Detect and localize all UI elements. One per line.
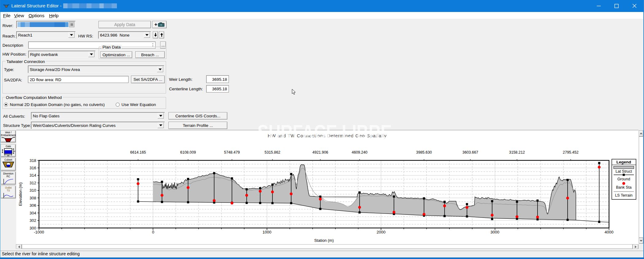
svg-text:6108.009: 6108.009 [180,150,196,155]
svg-text:302: 302 [29,218,36,223]
svg-text:316: 316 [29,166,36,170]
svg-text:3158.212: 3158.212 [509,150,525,155]
svg-text:6614.165: 6614.165 [130,150,146,155]
svg-text:318: 318 [29,158,36,163]
svg-text:2000: 2000 [377,230,386,234]
svg-text:304: 304 [29,211,36,215]
svg-text:3000: 3000 [491,230,499,234]
svg-text:300: 300 [29,226,36,230]
svg-text:Ground: Ground [617,177,630,181]
svg-text:310: 310 [29,188,36,193]
svg-text:4921.906: 4921.906 [312,150,328,155]
svg-text:Station (m): Station (m) [314,238,334,243]
svg-text:2795.452: 2795.452 [563,150,578,155]
svg-text:5315.862: 5315.862 [264,150,280,155]
svg-text:312: 312 [29,181,36,185]
svg-text:LS Terrain: LS Terrain [615,193,633,198]
svg-text:H: H [13,150,15,153]
svg-text:Elevation (m): Elevation (m) [18,182,23,206]
svg-text:W: W [7,154,10,156]
svg-text:4609.240: 4609.240 [352,150,367,155]
svg-text:3603.667: 3603.667 [462,150,478,155]
svg-text:1000: 1000 [263,230,272,234]
svg-text:0: 0 [152,230,154,234]
svg-text:Bank Sta: Bank Sta [616,185,632,190]
svg-text:Legend: Legend [616,160,631,164]
svg-text:306: 306 [29,203,36,208]
svg-text:4000: 4000 [605,230,614,234]
svg-text:5748.479: 5748.479 [224,150,240,155]
svg-text:Lat Struct: Lat Struct [615,169,632,174]
svg-text:308: 308 [29,196,36,200]
svg-text:-1000: -1000 [34,230,44,234]
svg-text:314: 314 [29,173,36,178]
svg-text:3985.630: 3985.630 [416,150,432,155]
